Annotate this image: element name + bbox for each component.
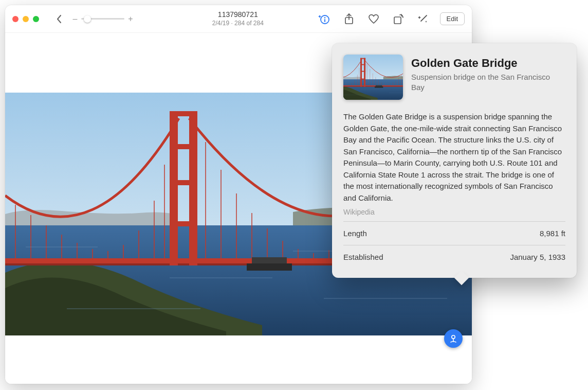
share-icon (344, 13, 354, 25)
toolbar-actions: Edit (317, 11, 465, 27)
popover-row-value: January 5, 1933 (510, 253, 565, 261)
popover-row-established: Established January 5, 1933 (343, 245, 565, 269)
zoom-in-icon: + (127, 14, 134, 24)
popover-row-label: Length (343, 229, 367, 238)
favorite-button[interactable] (366, 11, 381, 27)
popover-title-wrap: Golden Gate Bridge Suspension bridge on … (411, 55, 565, 100)
toolbar: – + 1137980721 2/4/19 · 284 of 284 (5, 5, 472, 33)
popover-subtitle: Suspension bridge on the San Francisco B… (411, 72, 565, 93)
zoom-thumb[interactable] (84, 15, 91, 23)
popover-row-value: 8,981 ft (540, 229, 565, 238)
enhance-button[interactable] (415, 11, 431, 27)
close-window-button[interactable] (12, 16, 19, 22)
popover-row-length: Length 8,981 ft (343, 221, 565, 245)
rotate-button[interactable] (391, 11, 406, 27)
zoom-out-icon: – (72, 14, 78, 24)
popover-source[interactable]: Wikipedia (343, 208, 565, 216)
photo-title: 1137980721 (164, 10, 311, 20)
popover-row-label: Established (343, 253, 383, 261)
zoom-track[interactable] (81, 18, 124, 20)
svg-rect-52 (324, 19, 325, 22)
landmark-pin-icon (449, 334, 458, 343)
window-controls (12, 16, 39, 22)
popover-header: Golden Gate Bridge Suspension bridge on … (343, 55, 565, 100)
svg-rect-55 (394, 17, 401, 24)
heart-icon (368, 14, 379, 24)
magic-wand-icon (417, 13, 429, 25)
share-button[interactable] (341, 11, 357, 27)
svg-point-51 (324, 17, 325, 19)
zoom-slider[interactable]: – + (72, 14, 134, 24)
minimize-window-button[interactable] (23, 16, 29, 22)
visual-lookup-pin-button[interactable] (444, 329, 463, 348)
info-sparkle-icon (318, 13, 330, 25)
visual-lookup-popover: Golden Gate Bridge Suspension bridge on … (332, 43, 577, 278)
popover-description: The Golden Gate Bridge is a suspension b… (343, 111, 565, 204)
info-button[interactable] (317, 11, 332, 27)
popover-title: Golden Gate Bridge (411, 57, 565, 70)
zoom-window-button[interactable] (33, 16, 39, 22)
title-block: 1137980721 2/4/19 · 284 of 284 (164, 10, 311, 27)
chevron-left-icon (56, 14, 62, 24)
back-button[interactable] (51, 11, 67, 27)
edit-button[interactable]: Edit (440, 12, 465, 25)
photo-subtitle: 2/4/19 · 284 of 284 (164, 20, 311, 27)
svg-line-56 (421, 15, 427, 21)
popover-thumbnail (343, 55, 403, 100)
rotate-icon (393, 13, 404, 25)
